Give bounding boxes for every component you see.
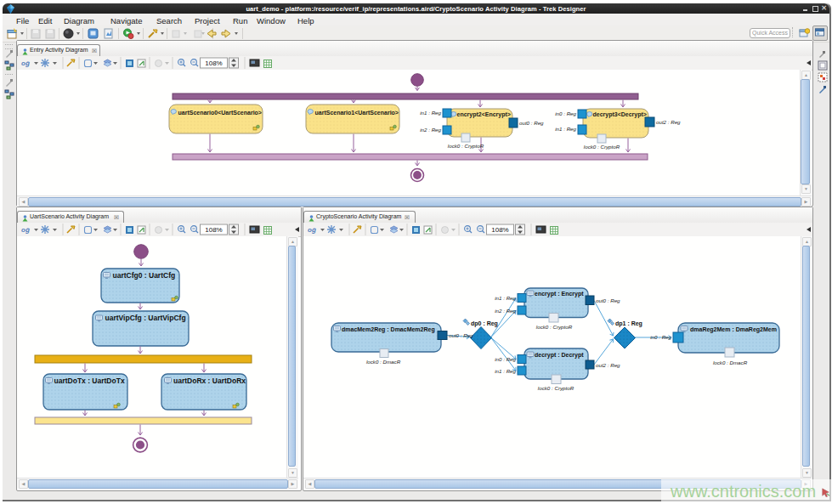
svg-text:dmaReg2Mem : DmaReg2Mem: dmaReg2Mem : DmaReg2Mem [690, 326, 777, 333]
svg-text:lock0 : CryptoR: lock0 : CryptoR [536, 324, 573, 330]
svg-text:lock0 : DmacR: lock0 : DmacR [713, 360, 748, 365]
svg-text:encrypt2<Encrypt>: encrypt2<Encrypt> [457, 111, 511, 118]
svg-text:in0 : Reg: in0 : Reg [495, 356, 516, 362]
svg-text:uartScenario1<UartScenario>: uartScenario1<UartScenario> [315, 110, 399, 116]
svg-text:uartScenario0<UartScenario>: uartScenario0<UartScenario> [178, 110, 262, 116]
svg-text:out2 : Reg: out2 : Reg [656, 119, 681, 125]
svg-text:dp0 : Reg: dp0 : Reg [471, 320, 498, 327]
svg-text:uartCfg0 : UartCfg: uartCfg0 : UartCfg [113, 271, 176, 280]
svg-text:out0 : Reg: out0 : Reg [596, 297, 620, 303]
svg-text:in1 : Reg: in1 : Reg [495, 368, 516, 374]
svg-text:out2 : Reg: out2 : Reg [596, 362, 620, 368]
svg-text:in1 : Reg: in1 : Reg [555, 126, 576, 132]
svg-text:lock0 : CryptoR: lock0 : CryptoR [584, 144, 620, 150]
svg-text:uartVipCfg : UartVipCfg: uartVipCfg : UartVipCfg [105, 314, 186, 322]
svg-text:in2 : Reg: in2 : Reg [420, 127, 441, 133]
svg-text:in2 : Reg: in2 : Reg [495, 308, 516, 314]
svg-text:encrypt : Encrypt: encrypt : Encrypt [535, 291, 584, 297]
svg-text:out0 : Reg: out0 : Reg [449, 332, 473, 338]
svg-text:dp1 : Reg: dp1 : Reg [615, 320, 642, 327]
svg-text:in0 : Reg: in0 : Reg [650, 334, 671, 340]
svg-text:out0 : Reg: out0 : Reg [519, 120, 544, 126]
svg-text:in1 : Reg: in1 : Reg [420, 110, 441, 116]
svg-text:uartDoTx : UartDoTx: uartDoTx : UartDoTx [54, 377, 125, 385]
svg-text:in1 : Reg: in1 : Reg [495, 295, 516, 301]
svg-text:lock0 : CryptoR: lock0 : CryptoR [538, 385, 574, 391]
svg-text:in0 : Reg: in0 : Reg [555, 110, 576, 116]
svg-text:decrypt3<Decrypt>: decrypt3<Decrypt> [593, 111, 647, 118]
svg-text:dmacMem2Reg : DmacMem2Reg: dmacMem2Reg : DmacMem2Reg [342, 326, 435, 333]
svg-text:lock0 : CryptoR: lock0 : CryptoR [448, 143, 484, 149]
svg-text:lock0 : DmacR: lock0 : DmacR [366, 359, 401, 365]
svg-text:uartDoRx : UartDoRx: uartDoRx : UartDoRx [173, 377, 246, 385]
svg-text:decrypt : Decrypt: decrypt : Decrypt [535, 352, 584, 359]
